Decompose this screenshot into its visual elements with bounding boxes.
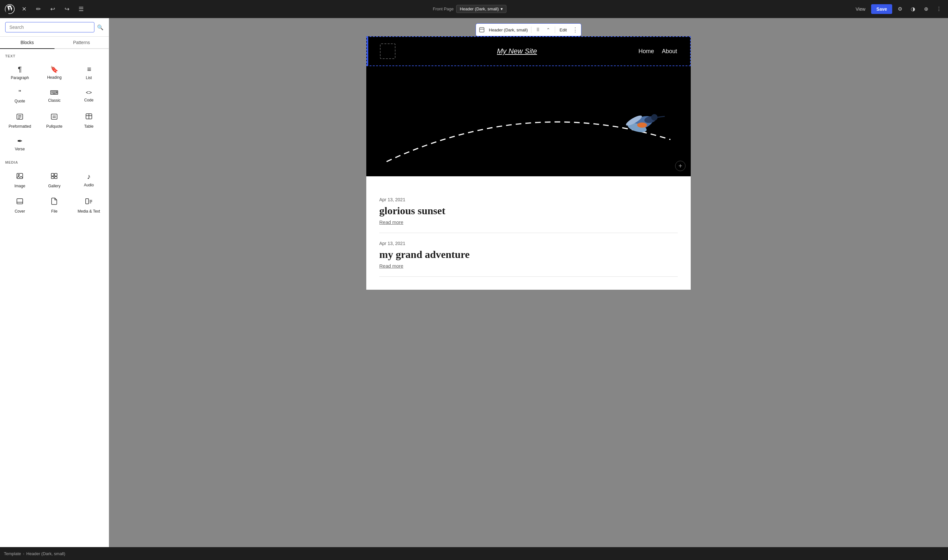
pullquote-icon	[50, 113, 58, 122]
media-blocks-grid: Image Gallery ♪ Audio Cover	[0, 167, 109, 217]
template-part-icon	[477, 25, 486, 34]
move-up-icon[interactable]: ⌃	[544, 25, 553, 34]
block-gallery[interactable]: Gallery	[37, 167, 71, 192]
block-quote[interactable]: " Quote	[3, 84, 37, 107]
gallery-label: Gallery	[48, 184, 60, 188]
section-media-label: MEDIA	[0, 155, 109, 167]
block-image[interactable]: Image	[3, 167, 37, 192]
file-icon	[50, 197, 58, 206]
pullquote-label: Pullquote	[46, 124, 62, 129]
block-heading[interactable]: 🔖 Heading	[37, 61, 71, 84]
divider2	[555, 26, 555, 33]
post-item-2: Apr 13, 2021 my grand adventure Read mor…	[379, 233, 678, 277]
list-icon: ≡	[87, 66, 91, 73]
search-input[interactable]	[5, 22, 94, 32]
media-text-label: Media & Text	[77, 209, 100, 214]
tools-icon[interactable]: ⊕	[921, 4, 931, 14]
post-readmore-1[interactable]: Read more	[379, 219, 403, 225]
heading-icon: 🔖	[50, 66, 59, 72]
drag-handle-icon[interactable]: ⠿	[533, 25, 542, 34]
more-options-icon[interactable]: ⋮	[934, 4, 944, 14]
block-media-text[interactable]: Media & Text	[72, 192, 106, 217]
svg-rect-13	[51, 173, 54, 176]
block-table[interactable]: Table	[72, 107, 106, 132]
nav-about[interactable]: About	[662, 48, 677, 55]
table-icon	[85, 112, 93, 122]
heading-label: Heading	[47, 75, 62, 80]
svg-rect-19	[86, 198, 89, 204]
undo-button[interactable]: ↩	[47, 3, 59, 15]
block-file[interactable]: File	[37, 192, 71, 217]
verse-label: Verse	[15, 147, 25, 151]
post-date-2: Apr 13, 2021	[379, 241, 678, 246]
site-header: My New Site Home About	[366, 36, 691, 66]
post-title-1: glorious sunset	[379, 205, 678, 217]
site-content: Apr 13, 2021 glorious sunset Read more A…	[366, 176, 691, 290]
svg-point-27	[651, 114, 658, 120]
svg-rect-5	[51, 114, 57, 119]
cover-icon	[16, 197, 24, 206]
tab-blocks[interactable]: Blocks	[0, 37, 54, 49]
toolbar-right: View Save ⚙ ◑ ⊕ ⋮	[852, 4, 944, 14]
image-icon	[16, 172, 24, 181]
section-text-label: TEXT	[0, 49, 109, 61]
post-item-1: Apr 13, 2021 glorious sunset Read more	[379, 189, 678, 233]
canvas-area: Header (Dark, small) ⠿ ⌃ Edit ⋮ My New S…	[109, 18, 948, 560]
block-paragraph[interactable]: ¶ Paragraph	[3, 61, 37, 84]
quote-icon: "	[19, 89, 21, 96]
list-label: List	[86, 75, 92, 80]
redo-button[interactable]: ↪	[61, 3, 73, 15]
theme-icon[interactable]: ◑	[908, 4, 918, 14]
block-list[interactable]: ≡ List	[72, 61, 106, 84]
breadcrumb-template[interactable]: Template	[4, 551, 21, 556]
list-view-button[interactable]: ☰	[75, 3, 87, 15]
toolbar-center: Front Page Header (Dark, small) ▾	[90, 5, 850, 13]
settings-icon[interactable]: ⚙	[895, 4, 905, 14]
wordpress-logo	[4, 3, 15, 15]
block-preformatted[interactable]: Preformatted	[3, 107, 37, 132]
text-blocks-grid: ¶ Paragraph 🔖 Heading ≡ List " Quote ⌨ C…	[0, 61, 109, 155]
nav-home[interactable]: Home	[639, 48, 654, 55]
quote-label: Quote	[15, 99, 25, 103]
classic-label: Classic	[48, 98, 61, 103]
block-verse[interactable]: ✒ Verse	[3, 132, 37, 155]
header-left-border	[367, 37, 368, 65]
block-pullquote[interactable]: Pullquote	[37, 107, 71, 132]
svg-rect-23	[480, 28, 484, 32]
code-icon: <>	[86, 90, 92, 95]
site-title: My New Site	[497, 47, 537, 55]
edit-button[interactable]: Edit	[557, 28, 570, 32]
verse-icon: ✒	[17, 138, 23, 144]
post-date-1: Apr 13, 2021	[379, 197, 678, 202]
audio-icon: ♪	[87, 173, 91, 180]
template-badge[interactable]: Header (Dark, small) ▾	[456, 5, 506, 13]
svg-rect-16	[54, 177, 57, 178]
breadcrumb-part[interactable]: Header (Dark, small)	[26, 551, 65, 556]
block-cover[interactable]: Cover	[3, 192, 37, 217]
post-readmore-2[interactable]: Read more	[379, 263, 403, 269]
breadcrumb-separator: ›	[23, 551, 24, 556]
edit-button[interactable]: ✏	[32, 3, 44, 15]
view-button[interactable]: View	[852, 5, 869, 14]
search-icon-button[interactable]: 🔍	[97, 24, 103, 31]
image-label: Image	[14, 184, 25, 188]
more-options-button[interactable]: ⋮	[571, 25, 580, 34]
block-classic[interactable]: ⌨ Classic	[37, 84, 71, 107]
close-button[interactable]: ✕	[18, 3, 30, 15]
add-block-button[interactable]: +	[675, 161, 686, 171]
code-label: Code	[84, 98, 93, 102]
svg-rect-17	[17, 198, 23, 204]
site-hero: +	[366, 66, 691, 176]
svg-point-12	[18, 174, 20, 175]
divider	[531, 26, 531, 33]
tab-row: Blocks Patterns	[0, 37, 109, 49]
block-code[interactable]: <> Code	[72, 84, 106, 107]
save-button[interactable]: Save	[871, 4, 892, 14]
site-canvas: My New Site Home About	[366, 36, 691, 290]
block-audio[interactable]: ♪ Audio	[72, 167, 106, 192]
cover-label: Cover	[15, 209, 25, 214]
tab-patterns[interactable]: Patterns	[54, 37, 109, 49]
paragraph-icon: ¶	[18, 66, 22, 73]
site-nav: Home About	[639, 48, 677, 55]
audio-label: Audio	[84, 183, 94, 187]
